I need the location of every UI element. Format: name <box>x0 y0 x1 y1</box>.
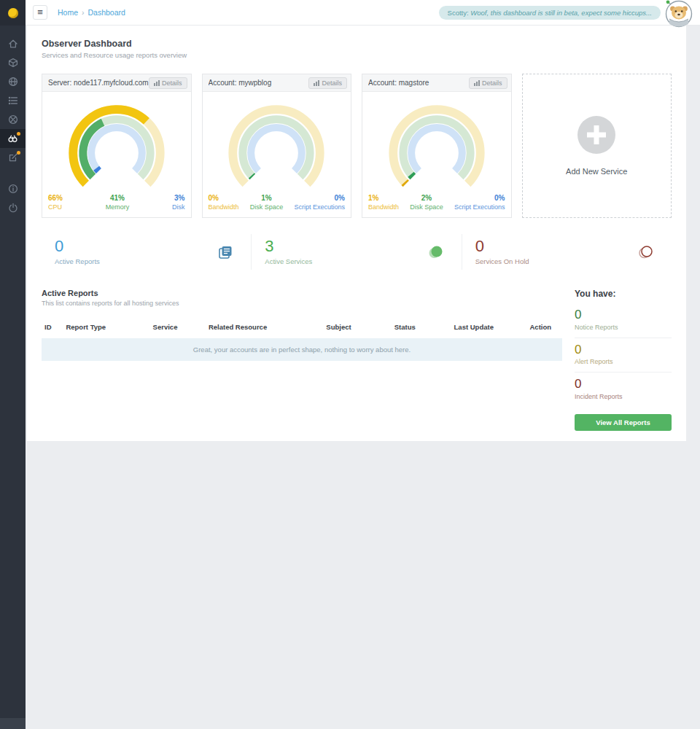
server-list-icon <box>8 95 18 106</box>
logo[interactable] <box>0 0 26 26</box>
breadcrumb-home[interactable]: Home <box>58 8 78 17</box>
breadcrumb-separator: › <box>82 8 85 17</box>
active-reports-subtitle: This list contains reports for all hosti… <box>42 300 562 307</box>
col-header-action: Action <box>526 319 562 335</box>
col-header-subject: Subject <box>323 319 391 335</box>
metric-value: 0% <box>454 194 505 203</box>
usage-gauge <box>214 95 339 194</box>
details-button[interactable]: Details <box>308 77 347 89</box>
reports-table: ID Report Type Service Related Resource … <box>42 319 562 335</box>
metric-label: Disk Space <box>250 203 284 211</box>
metric-value: 0% <box>209 194 239 203</box>
sidebar <box>0 0 26 729</box>
alert-reports-count: 0 <box>575 343 672 357</box>
breadcrumb-current[interactable]: Dashboard <box>88 8 125 17</box>
col-header-last-update: Last Update <box>451 319 527 335</box>
col-header-status: Status <box>392 319 451 335</box>
active-circle-icon <box>428 244 444 260</box>
metric-label: Disk <box>172 203 185 211</box>
metric-value: 2% <box>410 194 443 203</box>
sidebar-collapse-strip[interactable] <box>0 718 26 729</box>
service-cards-row: Server: node117.myfcloud.com Details 66%… <box>42 74 672 218</box>
incident-reports-item: 0 Incident Reports <box>575 373 672 407</box>
stat-services-on-hold: 0 Services On Hold <box>462 234 672 270</box>
notice-reports-label: Notice Reports <box>575 324 672 331</box>
topbar: ≡ Home › Dashboard Scotty: Woof, this da… <box>26 0 700 26</box>
scotty-ball-logo-icon <box>8 8 18 18</box>
stats-row: 0 Active Reports 3 Active Services <box>42 234 672 270</box>
incident-reports-label: Incident Reports <box>575 393 672 400</box>
incident-reports-count: 0 <box>575 378 672 391</box>
network-icon <box>8 114 18 125</box>
card-title: Server: node117.myfcloud.com <box>48 79 149 87</box>
metric-label: Script Executions <box>294 203 345 211</box>
stat-value: 0 <box>55 238 100 254</box>
view-all-reports-button[interactable]: View All Reports <box>575 414 672 431</box>
sidebar-item-logout[interactable] <box>0 198 26 217</box>
sidebar-item-network[interactable] <box>0 110 26 129</box>
stat-active-services: 3 Active Services <box>251 234 461 270</box>
alert-reports-item: 0 Alert Reports <box>575 338 672 373</box>
power-icon <box>8 203 18 213</box>
stat-label: Active Reports <box>55 257 100 265</box>
stat-label: Services On Hold <box>475 257 529 265</box>
metric-label: Bandwidth <box>209 203 239 211</box>
reports-stack-icon <box>217 244 233 260</box>
empty-state-message: Great, your accounts are in perfect shap… <box>42 338 562 361</box>
sidebar-item-observer[interactable] <box>0 129 26 148</box>
card-title: Account: magstore <box>368 79 469 87</box>
service-card-mywpblog: Account: mywpblog Details 0% Bandwidth 1… <box>202 74 352 218</box>
metric-label: Memory <box>106 203 130 211</box>
details-button[interactable]: Details <box>149 77 187 89</box>
stat-label: Active Services <box>265 257 312 265</box>
sidebar-item-servers[interactable] <box>0 91 26 110</box>
home-icon <box>8 39 18 49</box>
sidebar-item-domains[interactable] <box>0 72 26 91</box>
active-reports-panel: Active Reports This list contains report… <box>42 289 562 431</box>
you-have-heading: You have: <box>575 289 672 299</box>
metric-label: CPU <box>48 203 63 211</box>
sidebar-item-home[interactable] <box>0 34 26 53</box>
sidebar-item-info[interactable] <box>0 179 26 198</box>
notification-dot <box>17 132 20 136</box>
assistant-message-bubble: Scotty: Woof, this dashboard is still in… <box>439 6 661 20</box>
sidebar-item-compose[interactable] <box>0 148 26 167</box>
service-card-magstore: Account: magstore Details 1% Bandwidth 2… <box>362 74 512 218</box>
hamburger-menu-button[interactable]: ≡ <box>33 5 47 20</box>
you-have-panel: You have: 0 Notice Reports 0 Alert Repor… <box>575 289 672 431</box>
col-header-related-resource: Related Resource <box>206 319 323 335</box>
col-header-service: Service <box>150 319 206 335</box>
scotty-avatar[interactable] <box>665 0 693 28</box>
metric-value: 0% <box>294 194 345 203</box>
compose-icon <box>8 152 18 163</box>
metric-value: 66% <box>48 194 63 203</box>
package-icon <box>8 58 18 68</box>
bar-chart-icon <box>474 80 480 86</box>
metric-label: Disk Space <box>410 203 443 211</box>
stat-value: 3 <box>265 238 312 254</box>
usage-gauge <box>54 95 179 194</box>
metric-value: 3% <box>172 194 185 203</box>
reports-section: Active Reports This list contains report… <box>42 289 672 431</box>
metric-value: 1% <box>250 194 284 203</box>
active-reports-title: Active Reports <box>42 289 562 297</box>
metric-label: Bandwidth <box>368 203 399 211</box>
col-header-id: ID <box>42 319 63 335</box>
stat-value: 0 <box>475 238 529 254</box>
hold-circle-icon <box>638 244 654 260</box>
bar-chart-icon <box>154 80 160 86</box>
main-content: Observer Dashboard Services and Resource… <box>27 26 686 441</box>
usage-gauge <box>374 95 499 194</box>
globe-icon <box>8 77 18 87</box>
add-new-service-tile[interactable]: Add New Service <box>522 74 672 218</box>
col-header-report-type: Report Type <box>63 319 149 335</box>
notification-dot <box>17 151 20 155</box>
assistant-message: Woof, this dashboard is still in beta, e… <box>469 9 652 17</box>
notice-reports-count: 0 <box>575 308 672 322</box>
page-title: Observer Dashboard <box>42 39 672 49</box>
stat-active-reports: 0 Active Reports <box>42 234 251 270</box>
metric-label: Script Executions <box>454 203 505 211</box>
sidebar-nav <box>0 34 26 217</box>
sidebar-item-packages[interactable] <box>0 53 26 72</box>
details-button[interactable]: Details <box>469 77 508 89</box>
